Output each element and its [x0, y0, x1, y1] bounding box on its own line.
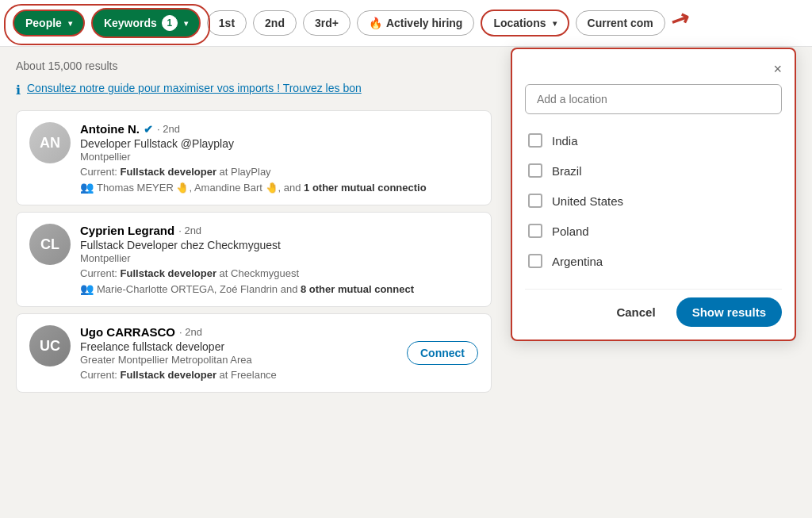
degree-badge: · 2nd	[178, 224, 201, 236]
red-arrow-annotation: ↗	[666, 4, 694, 36]
location-label: Brazil	[552, 164, 582, 178]
mutual-icon: 👥	[80, 282, 94, 295]
person-title: Fullstack Developer chez Checkmyguest	[80, 239, 478, 251]
location-checkbox[interactable]	[528, 163, 542, 178]
mutual-connections: 👥 Marie-Charlotte ORTEGA, Zoé Flandrin a…	[80, 282, 478, 295]
location-checkbox[interactable]	[528, 133, 542, 148]
keywords-filter-button[interactable]: Keywords 1 ▾	[91, 8, 201, 38]
current-company-filter-button[interactable]: Current com	[576, 10, 665, 36]
people-list: AN Antoine N. ✔ · 2nd Developer Fullstac…	[16, 110, 492, 393]
info-banner: ℹ Consultez notre guide pour maximiser v…	[16, 82, 492, 98]
avatar: UC	[29, 325, 71, 366]
person-current: Current: Fullstack developer at Checkmyg…	[80, 267, 478, 279]
person-name: Antoine N. ✔ · 2nd	[80, 122, 478, 136]
location-option[interactable]: United States	[525, 186, 782, 216]
location-label: Argentina	[552, 255, 603, 268]
person-title: Developer Fullstack @Playplay	[80, 137, 478, 150]
show-results-button[interactable]: Show results	[676, 297, 782, 327]
info-link[interactable]: Consultez notre guide pour maximiser vos…	[27, 82, 362, 94]
location-option[interactable]: India	[525, 125, 782, 155]
locations-filter-button[interactable]: Locations ▾	[481, 10, 569, 36]
locations-label: Locations	[493, 17, 546, 29]
person-location: Montpellier	[80, 252, 478, 264]
connect-button[interactable]: Connect	[407, 341, 478, 365]
fire-emoji-icon: 🔥	[369, 17, 382, 29]
person-current: Current: Fullstack developer at Freelanc…	[80, 369, 478, 381]
person-current: Current: Fullstack developer at PlayPlay	[80, 166, 478, 178]
location-option[interactable]: Brazil	[525, 155, 782, 186]
person-card: CL Cyprien Legrand · 2nd Fullstack Devel…	[16, 212, 492, 307]
location-checkbox[interactable]	[528, 194, 542, 208]
degree-badge: · 2nd	[157, 123, 180, 135]
people-chevron-icon: ▾	[68, 19, 72, 28]
location-checkbox[interactable]	[528, 224, 542, 238]
degree1-filter-button[interactable]: 1st	[207, 10, 247, 36]
location-option[interactable]: Argentina	[525, 246, 782, 276]
location-label: India	[552, 134, 578, 148]
degree3-label: 3rd+	[315, 17, 339, 29]
degree3-filter-button[interactable]: 3rd+	[303, 10, 350, 36]
person-name: Cyprien Legrand · 2nd	[80, 224, 478, 237]
degree1-label: 1st	[219, 17, 235, 29]
locations-chevron-icon: ▾	[553, 19, 557, 28]
people-label: People	[25, 17, 62, 29]
main-content: About 15,000 results ℹ Consultez notre g…	[0, 47, 508, 412]
location-dropdown: × India Brazil United States Poland Arge…	[511, 48, 796, 341]
actively-hiring-filter-button[interactable]: 🔥 Actively hiring	[357, 10, 474, 36]
location-options-list: India Brazil United States Poland Argent…	[525, 125, 782, 276]
actively-hiring-label: Actively hiring	[386, 17, 462, 29]
person-info: Antoine N. ✔ · 2nd Developer Fullstack @…	[80, 122, 478, 194]
degree-badge: · 2nd	[179, 326, 202, 338]
person-info: Cyprien Legrand · 2nd Fullstack Develope…	[80, 224, 478, 295]
avatar: CL	[29, 224, 71, 265]
dropdown-footer: Cancel Show results	[525, 289, 782, 327]
person-name: Ugo CARRASCO · 2nd	[80, 325, 478, 339]
location-option[interactable]: Poland	[525, 216, 782, 246]
keywords-chevron-icon: ▾	[184, 19, 188, 28]
location-search-input[interactable]	[525, 84, 782, 114]
keywords-badge: 1	[162, 15, 178, 31]
results-count: About 15,000 results	[16, 59, 492, 72]
close-dropdown-button[interactable]: ×	[773, 62, 782, 76]
location-checkbox[interactable]	[528, 254, 542, 268]
top-bar: People ▾ Keywords 1 ▾ 1st 2nd 3rd+ 🔥 Act…	[0, 0, 812, 47]
keywords-label: Keywords	[104, 17, 157, 29]
person-card: UC Ugo CARRASCO · 2nd Freelance fullstac…	[16, 313, 492, 393]
mutual-icon: 👥	[80, 181, 94, 194]
dropdown-header: ×	[525, 62, 782, 76]
info-icon: ℹ	[16, 82, 21, 98]
location-label: United States	[552, 194, 623, 208]
verified-icon: ✔	[144, 123, 153, 136]
location-label: Poland	[552, 224, 589, 238]
people-filter-button[interactable]: People ▾	[13, 10, 85, 36]
avatar: AN	[29, 122, 71, 163]
degree2-filter-button[interactable]: 2nd	[253, 10, 297, 36]
mutual-connections: 👥 Thomas MEYER 🤚, Amandine Bart 🤚, and 1…	[80, 181, 478, 194]
cancel-button[interactable]: Cancel	[607, 299, 665, 325]
person-location: Montpellier	[80, 151, 478, 163]
person-card: AN Antoine N. ✔ · 2nd Developer Fullstac…	[16, 110, 492, 205]
current-company-label: Current com	[588, 17, 653, 29]
degree2-label: 2nd	[265, 17, 285, 29]
